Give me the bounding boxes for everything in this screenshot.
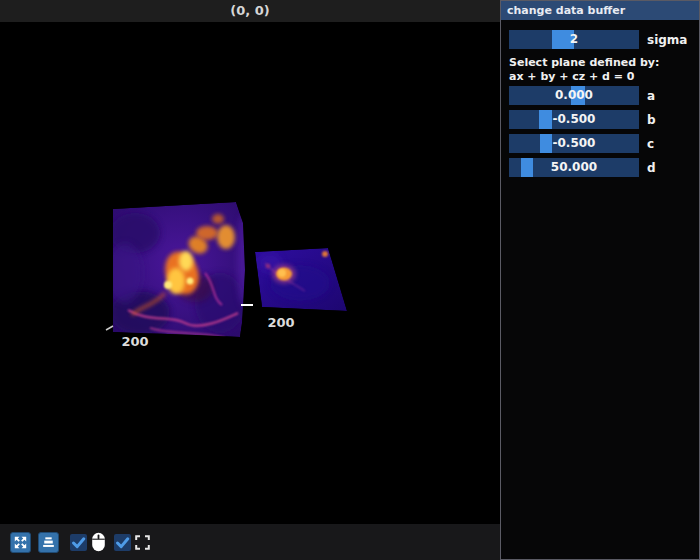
c-slider-value: -0.500: [509, 134, 639, 153]
a-slider-row: 0.000 a: [509, 86, 655, 105]
sigma-slider-label: sigma: [647, 33, 687, 47]
heatmap-slice-back: [255, 248, 347, 311]
d-slider-row: 50.000 d: [509, 158, 656, 177]
axis-label-back: 200: [267, 315, 294, 330]
c-slider-row: -0.500 c: [509, 134, 654, 153]
checkbox-checked-icon: [114, 534, 131, 551]
3d-scene-canvas[interactable]: 200 200: [0, 22, 500, 524]
b-slider[interactable]: -0.500: [509, 110, 639, 129]
plane-equation-text: Select plane defined by: ax + by + cz + …: [509, 56, 659, 83]
heatmap-slice-front: [107, 202, 249, 338]
axis-tick-front: [106, 326, 113, 330]
rotate-toggle-checkbox[interactable]: [70, 534, 87, 551]
a-slider-value: 0.000: [509, 86, 639, 105]
d-slider-label: d: [647, 161, 656, 175]
reset-view-button[interactable]: [10, 532, 31, 553]
checkbox-checked-icon: [70, 534, 87, 551]
a-slider[interactable]: 0.000: [509, 86, 639, 105]
expand-arrows-icon: [11, 532, 30, 553]
plane-text-line1: Select plane defined by:: [509, 56, 659, 70]
c-slider-label: c: [647, 137, 654, 151]
viewer-toolbar: [0, 524, 500, 560]
b-slider-label: b: [647, 113, 656, 127]
d-slider-value: 50.000: [509, 158, 639, 177]
b-slider-value: -0.500: [509, 110, 639, 129]
axis-label-front: 200: [121, 334, 148, 349]
vispy-viewport: (0, 0): [0, 0, 500, 560]
interaction-toggle-checkbox[interactable]: [114, 534, 131, 551]
plane-text-line2: ax + by + cz + d = 0: [509, 70, 659, 84]
sigma-slider[interactable]: 2: [509, 30, 639, 49]
stack-align-button[interactable]: [38, 532, 59, 553]
d-slider[interactable]: 50.000: [509, 158, 639, 177]
change-data-buffer-panel: change data buffer 2 sigma Select plane …: [500, 0, 700, 560]
a-slider-label: a: [647, 89, 655, 103]
canvas-title: (0, 0): [0, 0, 500, 22]
fullscreen-button[interactable]: [135, 535, 150, 550]
panel-body: 2 sigma Select plane defined by: ax + by…: [501, 20, 699, 559]
mouse-icon: [91, 532, 106, 552]
align-bars-icon: [39, 532, 58, 553]
c-slider[interactable]: -0.500: [509, 134, 639, 153]
application-window: (0, 0): [0, 0, 700, 560]
sigma-slider-value: 2: [509, 30, 639, 49]
sigma-slider-row: 2 sigma: [509, 30, 687, 49]
mouse-mode-button[interactable]: [91, 532, 106, 552]
panel-header: change data buffer: [501, 1, 699, 20]
fullscreen-corners-icon: [135, 535, 150, 550]
b-slider-row: -0.500 b: [509, 110, 656, 129]
